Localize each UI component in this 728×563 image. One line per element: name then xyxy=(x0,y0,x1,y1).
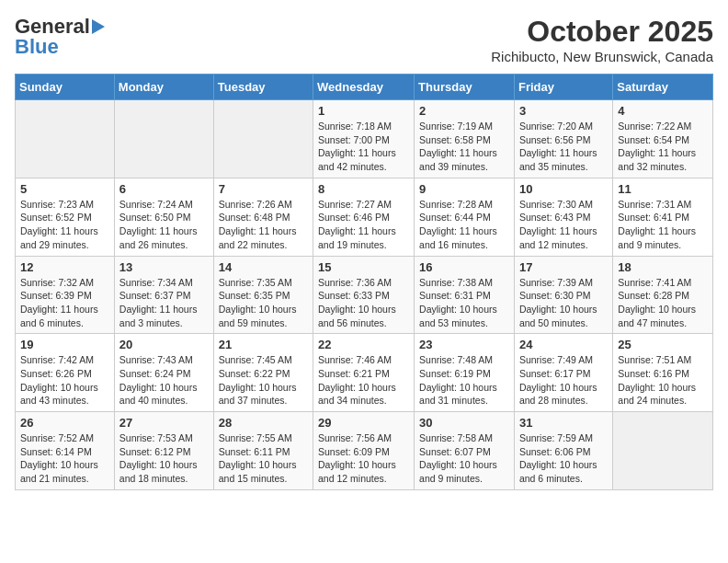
table-row: 22Sunrise: 7:46 AMSunset: 6:21 PMDayligh… xyxy=(313,334,415,412)
day-info: Sunrise: 7:56 AMSunset: 6:09 PMDaylight:… xyxy=(318,431,409,486)
day-number: 4 xyxy=(618,104,708,118)
logo-blue: Blue xyxy=(15,35,59,59)
table-row: 14Sunrise: 7:35 AMSunset: 6:35 PMDayligh… xyxy=(213,256,313,334)
day-info: Sunrise: 7:19 AMSunset: 6:58 PMDaylight:… xyxy=(419,120,509,174)
table-row: 20Sunrise: 7:43 AMSunset: 6:24 PMDayligh… xyxy=(114,334,213,412)
day-number: 23 xyxy=(419,338,509,351)
day-info: Sunrise: 7:18 AMSunset: 7:00 PMDaylight:… xyxy=(318,120,409,174)
day-number: 12 xyxy=(20,260,109,274)
day-number: 17 xyxy=(519,260,608,274)
table-row: 30Sunrise: 7:58 AMSunset: 6:07 PMDayligh… xyxy=(415,412,515,490)
day-number: 14 xyxy=(219,260,308,274)
logo: General Blue xyxy=(15,15,105,59)
day-number: 15 xyxy=(318,260,409,274)
table-row: 23Sunrise: 7:48 AMSunset: 6:19 PMDayligh… xyxy=(415,334,515,412)
table-row: 26Sunrise: 7:52 AMSunset: 6:14 PMDayligh… xyxy=(16,412,115,490)
table-row: 25Sunrise: 7:51 AMSunset: 6:16 PMDayligh… xyxy=(613,334,713,412)
day-number: 31 xyxy=(519,416,608,430)
day-number: 8 xyxy=(318,182,409,196)
day-number: 27 xyxy=(119,416,209,430)
day-info: Sunrise: 7:26 AMSunset: 6:48 PMDaylight:… xyxy=(219,198,308,252)
day-info: Sunrise: 7:51 AMSunset: 6:16 PMDaylight:… xyxy=(618,353,708,408)
table-row: 16Sunrise: 7:38 AMSunset: 6:31 PMDayligh… xyxy=(415,256,515,334)
table-row: 10Sunrise: 7:30 AMSunset: 6:43 PMDayligh… xyxy=(514,178,612,256)
table-row: 29Sunrise: 7:56 AMSunset: 6:09 PMDayligh… xyxy=(313,412,415,490)
table-row: 13Sunrise: 7:34 AMSunset: 6:37 PMDayligh… xyxy=(114,256,213,334)
day-number: 6 xyxy=(119,182,209,196)
header-friday: Friday xyxy=(514,75,612,100)
table-row: 7Sunrise: 7:26 AMSunset: 6:48 PMDaylight… xyxy=(213,178,313,256)
day-info: Sunrise: 7:43 AMSunset: 6:24 PMDaylight:… xyxy=(119,353,209,408)
table-row: 18Sunrise: 7:41 AMSunset: 6:28 PMDayligh… xyxy=(613,256,713,334)
table-row: 1Sunrise: 7:18 AMSunset: 7:00 PMDaylight… xyxy=(313,100,415,178)
table-row: 9Sunrise: 7:28 AMSunset: 6:44 PMDaylight… xyxy=(415,178,515,256)
day-info: Sunrise: 7:31 AMSunset: 6:41 PMDaylight:… xyxy=(618,198,708,252)
calendar-week-4: 19Sunrise: 7:42 AMSunset: 6:26 PMDayligh… xyxy=(16,334,713,412)
table-row: 24Sunrise: 7:49 AMSunset: 6:17 PMDayligh… xyxy=(514,334,612,412)
calendar-week-3: 12Sunrise: 7:32 AMSunset: 6:39 PMDayligh… xyxy=(16,256,713,334)
logo-arrow-icon xyxy=(92,19,105,34)
day-number: 7 xyxy=(219,182,308,196)
day-info: Sunrise: 7:38 AMSunset: 6:31 PMDaylight:… xyxy=(419,276,509,330)
table-row xyxy=(114,100,213,178)
day-info: Sunrise: 7:53 AMSunset: 6:12 PMDaylight:… xyxy=(119,431,209,486)
table-row: 27Sunrise: 7:53 AMSunset: 6:12 PMDayligh… xyxy=(114,412,213,490)
table-row: 3Sunrise: 7:20 AMSunset: 6:56 PMDaylight… xyxy=(514,100,612,178)
day-number: 18 xyxy=(618,260,708,274)
day-info: Sunrise: 7:39 AMSunset: 6:30 PMDaylight:… xyxy=(519,276,608,330)
table-row: 15Sunrise: 7:36 AMSunset: 6:33 PMDayligh… xyxy=(313,256,415,334)
day-number: 20 xyxy=(119,338,209,351)
table-row: 31Sunrise: 7:59 AMSunset: 6:06 PMDayligh… xyxy=(514,412,612,490)
day-info: Sunrise: 7:49 AMSunset: 6:17 PMDaylight:… xyxy=(519,353,608,408)
day-info: Sunrise: 7:30 AMSunset: 6:43 PMDaylight:… xyxy=(519,198,608,252)
header-saturday: Saturday xyxy=(613,75,713,100)
day-number: 5 xyxy=(20,182,109,196)
header-monday: Monday xyxy=(114,75,213,100)
day-number: 24 xyxy=(519,338,608,351)
day-number: 3 xyxy=(519,104,608,118)
weekday-header-row: Sunday Monday Tuesday Wednesday Thursday… xyxy=(16,75,713,100)
day-number: 22 xyxy=(318,338,409,351)
day-info: Sunrise: 7:20 AMSunset: 6:56 PMDaylight:… xyxy=(519,120,608,174)
header-wednesday: Wednesday xyxy=(313,75,415,100)
table-row: 21Sunrise: 7:45 AMSunset: 6:22 PMDayligh… xyxy=(213,334,313,412)
table-row xyxy=(613,412,713,490)
table-row xyxy=(213,100,313,178)
calendar-table: Sunday Monday Tuesday Wednesday Thursday… xyxy=(15,74,713,490)
table-row: 5Sunrise: 7:23 AMSunset: 6:52 PMDaylight… xyxy=(16,178,115,256)
day-info: Sunrise: 7:58 AMSunset: 6:07 PMDaylight:… xyxy=(419,431,509,486)
calendar-week-1: 1Sunrise: 7:18 AMSunset: 7:00 PMDaylight… xyxy=(16,100,713,178)
day-number: 11 xyxy=(618,182,708,196)
day-number: 9 xyxy=(419,182,509,196)
day-info: Sunrise: 7:32 AMSunset: 6:39 PMDaylight:… xyxy=(20,276,109,330)
day-number: 25 xyxy=(618,338,708,351)
day-info: Sunrise: 7:24 AMSunset: 6:50 PMDaylight:… xyxy=(119,198,209,252)
table-row: 6Sunrise: 7:24 AMSunset: 6:50 PMDaylight… xyxy=(114,178,213,256)
day-number: 26 xyxy=(20,416,109,430)
table-row: 19Sunrise: 7:42 AMSunset: 6:26 PMDayligh… xyxy=(16,334,115,412)
header-tuesday: Tuesday xyxy=(213,75,313,100)
day-number: 28 xyxy=(219,416,308,430)
day-info: Sunrise: 7:46 AMSunset: 6:21 PMDaylight:… xyxy=(318,353,409,408)
calendar-week-2: 5Sunrise: 7:23 AMSunset: 6:52 PMDaylight… xyxy=(16,178,713,256)
header-sunday: Sunday xyxy=(16,75,115,100)
day-info: Sunrise: 7:23 AMSunset: 6:52 PMDaylight:… xyxy=(20,198,109,252)
day-info: Sunrise: 7:36 AMSunset: 6:33 PMDaylight:… xyxy=(318,276,409,330)
table-row: 11Sunrise: 7:31 AMSunset: 6:41 PMDayligh… xyxy=(613,178,713,256)
day-info: Sunrise: 7:27 AMSunset: 6:46 PMDaylight:… xyxy=(318,198,409,252)
calendar-subtitle: Richibucto, New Brunswick, Canada xyxy=(491,49,713,64)
day-number: 13 xyxy=(119,260,209,274)
day-number: 29 xyxy=(318,416,409,430)
table-row: 12Sunrise: 7:32 AMSunset: 6:39 PMDayligh… xyxy=(16,256,115,334)
day-number: 16 xyxy=(419,260,509,274)
day-info: Sunrise: 7:59 AMSunset: 6:06 PMDaylight:… xyxy=(519,431,608,486)
day-info: Sunrise: 7:48 AMSunset: 6:19 PMDaylight:… xyxy=(419,353,509,408)
day-info: Sunrise: 7:34 AMSunset: 6:37 PMDaylight:… xyxy=(119,276,209,330)
table-row xyxy=(16,100,115,178)
calendar-title: October 2025 xyxy=(491,15,713,49)
header-thursday: Thursday xyxy=(415,75,515,100)
day-info: Sunrise: 7:28 AMSunset: 6:44 PMDaylight:… xyxy=(419,198,509,252)
table-row: 8Sunrise: 7:27 AMSunset: 6:46 PMDaylight… xyxy=(313,178,415,256)
day-number: 21 xyxy=(219,338,308,351)
page-header: General Blue October 2025 Richibucto, Ne… xyxy=(15,15,713,64)
